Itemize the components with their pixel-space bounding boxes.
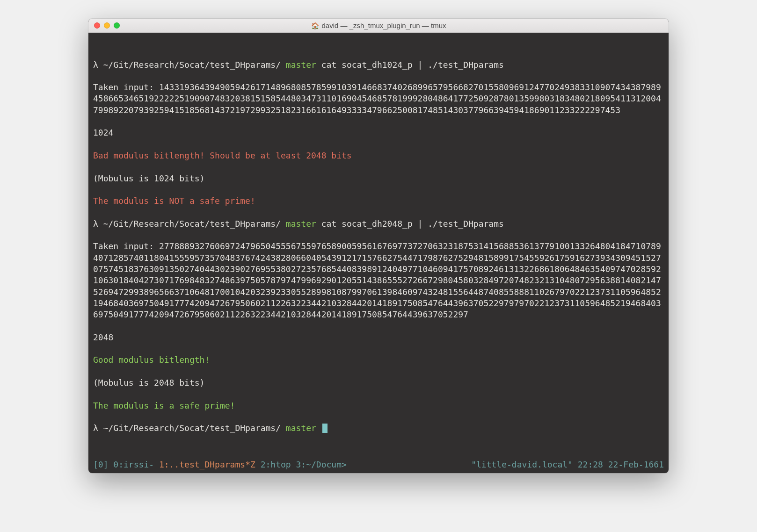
prompt-path: ~/Git/Research/Socat/test_DHparams/: [103, 423, 281, 433]
window-title-text: david — _zsh_tmux_plugin_run — tmux: [322, 22, 446, 29]
output-bits-2: 2048: [93, 332, 664, 343]
git-branch: master: [286, 423, 316, 433]
ok-bitlength: Good modulus bitlength!: [93, 354, 664, 366]
ok-prime: The modulus is a safe prime!: [93, 400, 664, 411]
status-time: 22:28: [578, 460, 603, 469]
tmux-window-1[interactable]: 1:..test_DHparams*Z: [159, 460, 255, 469]
tmux-window-0[interactable]: 0:irssi-: [113, 460, 154, 469]
traffic-lights: [94, 22, 120, 29]
cursor-icon: [322, 424, 328, 433]
zoom-icon[interactable]: [114, 22, 120, 29]
terminal-window: 🏠 david — _zsh_tmux_plugin_run — tmux λ …: [88, 19, 669, 473]
minimize-icon[interactable]: [104, 22, 110, 29]
close-icon[interactable]: [94, 22, 100, 29]
prompt-line-2: λ ~/Git/Research/Socat/test_DHparams/ ma…: [93, 218, 664, 230]
mobulus-note-2: (Mobulus is 2048 bits): [93, 377, 664, 388]
tmux-window-2[interactable]: 2:htop: [261, 460, 296, 469]
mobulus-note-1: (Mobulus is 1024 bits): [93, 173, 664, 184]
tmux-statusbar[interactable]: [0] 0:irssi- 1:..test_DHparams*Z 2:htop …: [88, 459, 669, 473]
command-1: cat socat_dh1024_p | ./test_DHparams: [321, 60, 504, 70]
prompt-line-3[interactable]: λ ~/Git/Research/Socat/test_DHparams/ ma…: [93, 423, 664, 434]
git-branch: master: [286, 219, 316, 229]
git-branch: master: [286, 60, 316, 70]
status-left: [0] 0:irssi- 1:..test_DHparams*Z 2:htop …: [93, 460, 347, 469]
error-bitlength: Bad modulus bitlength! Should be at leas…: [93, 150, 664, 161]
prompt-symbol: λ: [93, 60, 98, 70]
status-date: 22-Feb-1661: [608, 460, 664, 469]
output-taken-1: Taken input: 143319364394905942617148968…: [93, 82, 664, 116]
taken-label-2: Taken input:: [93, 241, 154, 251]
prompt-symbol: λ: [93, 423, 98, 433]
output-bits-1: 1024: [93, 127, 664, 138]
prompt-path: ~/Git/Research/Socat/test_DHparams/: [103, 219, 281, 229]
window-title: 🏠 david — _zsh_tmux_plugin_run — tmux: [88, 22, 669, 29]
status-prefix: [0]: [93, 460, 113, 469]
taken-label-1: Taken input:: [93, 82, 154, 92]
tmux-window-3[interactable]: 3:~/Docum>: [296, 460, 347, 469]
command-2: cat socat_dh2048_p | ./test_DHparams: [321, 219, 504, 229]
prompt-symbol: λ: [93, 219, 98, 229]
status-right: "little-david.local" 22:28 22-Feb-1661: [471, 460, 664, 469]
titlebar[interactable]: 🏠 david — _zsh_tmux_plugin_run — tmux: [88, 19, 669, 33]
modulus-1: 1433193643949059426171489680857859910391…: [93, 82, 661, 115]
terminal-body[interactable]: λ ~/Git/Research/Socat/test_DHparams/ ma…: [88, 33, 669, 459]
error-prime: The modulus is NOT a safe prime!: [93, 195, 664, 207]
modulus-2: 2778889327606972479650455567559765890059…: [93, 241, 661, 319]
prompt-line-1: λ ~/Git/Research/Socat/test_DHparams/ ma…: [93, 59, 664, 71]
prompt-path: ~/Git/Research/Socat/test_DHparams/: [103, 60, 281, 70]
output-taken-2: Taken input: 277888932760697247965045556…: [93, 241, 664, 320]
status-host: "little-david.local": [471, 460, 573, 469]
home-icon: 🏠: [311, 22, 319, 29]
